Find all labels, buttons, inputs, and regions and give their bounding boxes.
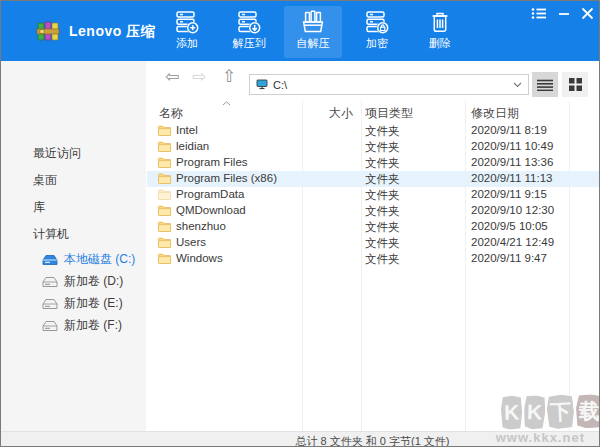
file-name: Users [176,236,206,248]
archive-lock-icon [364,9,390,35]
file-type: 文件夹 [365,252,400,267]
folder-icon [158,189,171,202]
column-header-size[interactable]: 大小 [301,105,353,122]
folder-icon [158,253,171,266]
app-logo-icon [36,19,60,43]
file-name: Program Files (x86) [176,172,277,184]
file-date: 2020/9/11 9:47 [471,252,547,264]
file-date: 2020/9/11 10:49 [471,140,553,152]
file-row[interactable]: Program Files (x86) 文件夹 2020/9/11 11:13 [147,171,599,187]
sidebar-item-desktop[interactable]: 桌面 [33,172,57,189]
file-date: 2020/9/11 9:15 [471,188,547,200]
file-row[interactable]: QMDownload 文件夹 2020/9/10 12:30 [147,203,599,219]
drive-icon [42,320,58,332]
file-type: 文件夹 [365,156,400,171]
minimize-button[interactable] [558,6,570,22]
forward-button[interactable]: ⇨ [192,68,206,85]
sidebar-drive-d[interactable]: 新加卷 (D:) [42,273,123,290]
file-row[interactable]: Users 文件夹 2020/4/21 12:49 [147,235,599,251]
sidebar-drive-c-label: 本地磁盘 (C:) [64,251,135,268]
folder-icon [158,125,171,138]
folder-icon [158,141,171,154]
grid-view-button[interactable] [562,72,588,97]
folder-icon [158,237,171,250]
file-name: Windows [176,252,223,264]
list-menu-icon [531,7,547,20]
grid-view-icon [569,78,582,91]
sidebar-drive-f[interactable]: 新加卷 (F:) [42,317,122,334]
computer-icon [256,79,268,90]
file-date: 2020/9/11 13:36 [471,156,553,168]
close-button[interactable] [581,6,594,22]
extract-to-button-label: 解压到 [220,36,278,51]
column-header-type[interactable]: 项目类型 [365,105,413,122]
sidebar-item-recent[interactable]: 最近访问 [33,145,81,162]
column-header-date[interactable]: 修改日期 [471,105,519,122]
sidebar-drive-e[interactable]: 新加卷 (E:) [42,295,123,312]
file-name: QMDownload [176,204,246,216]
delete-button-label: 删除 [411,36,469,51]
sidebar-drive-f-label: 新加卷 (F:) [64,317,122,334]
drive-icon [42,276,58,288]
sidebar-item-library[interactable]: 库 [33,199,45,216]
delete-button[interactable]: 删除 [411,6,469,58]
encrypt-button[interactable]: 加密 [348,6,406,58]
add-button[interactable]: 添加 [158,6,216,58]
archive-add-icon [174,9,200,35]
app-title: Lenovo 压缩 [69,1,155,61]
up-button[interactable]: ⇧ [222,68,236,85]
file-row[interactable]: shenzhuo 文件夹 2020/9/5 10:05 [147,219,599,235]
file-date: 2020/9/10 12:30 [471,204,554,216]
sidebar: 最近访问 桌面 库 计算机 本地磁盘 (C:) 新加卷 (D:) [1,61,146,431]
file-name: Program Files [176,156,248,168]
folder-icon [158,205,171,218]
folder-icon [158,173,171,186]
file-type: 文件夹 [365,140,400,155]
encrypt-button-label: 加密 [348,36,406,51]
title-bar: Lenovo 压缩 添加 解压到 [1,1,599,61]
back-button[interactable]: ⇦ [165,68,179,85]
trash-icon [427,9,453,35]
self-extract-icon [300,9,326,35]
self-extract-button-label: 自解压 [284,36,342,51]
sidebar-drive-c[interactable]: 本地磁盘 (C:) [42,251,135,268]
file-name: ProgramData [176,188,244,200]
watermark-url: www.kkx.net [496,430,585,445]
file-type: 文件夹 [365,124,400,139]
sidebar-drive-e-label: 新加卷 (E:) [64,295,123,312]
menu-button[interactable] [531,6,547,22]
folder-icon [158,221,171,234]
drive-icon [42,254,58,266]
sidebar-item-computer[interactable]: 计算机 [33,226,69,243]
add-button-label: 添加 [158,36,216,51]
sort-ascending-icon [222,101,231,106]
file-type: 文件夹 [365,204,400,219]
file-type: 文件夹 [365,236,400,251]
archive-extract-icon [236,9,262,35]
file-date: 2020/4/21 12:49 [471,236,554,248]
self-extract-button[interactable]: 自解压 [284,6,342,58]
dropdown-chevron-icon[interactable] [513,82,522,88]
file-row[interactable]: Program Files 文件夹 2020/9/11 13:36 [147,155,599,171]
column-header-name[interactable]: 名称 [159,105,183,122]
sidebar-drive-d-label: 新加卷 (D:) [64,273,123,290]
file-name: Intel [176,124,198,136]
list-view-button[interactable] [532,72,558,97]
file-list: Intel 文件夹 2020/9/11 8:19 leidian 文件夹 202… [147,123,599,267]
file-row[interactable]: ProgramData 文件夹 2020/9/11 9:15 [147,187,599,203]
file-row[interactable]: Windows 文件夹 2020/9/11 9:47 [147,251,599,267]
list-view-icon [537,79,553,91]
file-date: 2020/9/11 8:19 [471,124,547,136]
file-date: 2020/9/11 11:13 [471,172,552,184]
folder-icon [158,157,171,170]
file-name: shenzhuo [176,220,226,232]
file-type: 文件夹 [365,172,400,187]
address-bar[interactable]: C:\ [249,74,529,95]
watermark-logo: KK下载 [498,394,600,430]
file-row[interactable]: leidian 文件夹 2020/9/11 10:49 [147,139,599,155]
extract-to-button[interactable]: 解压到 [220,6,278,58]
file-type: 文件夹 [365,220,400,235]
address-text: C:\ [273,79,513,91]
file-row[interactable]: Intel 文件夹 2020/9/11 8:19 [147,123,599,139]
drive-icon [42,298,58,310]
